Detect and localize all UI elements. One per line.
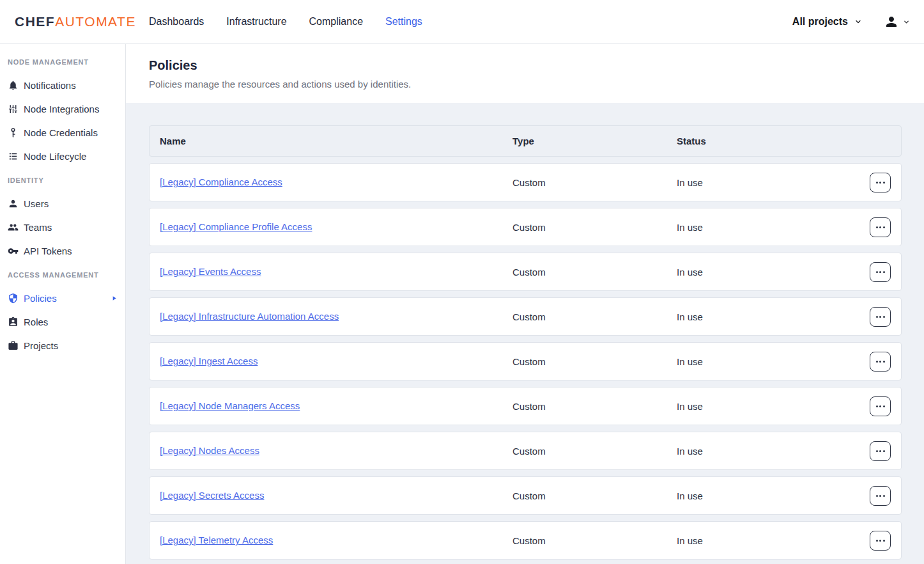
- chevron-down-icon: [903, 19, 910, 26]
- sidebar-item-projects[interactable]: Projects: [0, 334, 125, 357]
- user-menu[interactable]: [884, 14, 910, 29]
- sidebar-item-node-lifecycle[interactable]: Node Lifecycle: [0, 145, 125, 168]
- user-avatar-icon: [884, 14, 899, 29]
- sidebar-item-label: Policies: [24, 293, 57, 304]
- page-title: Policies: [149, 58, 901, 73]
- nav-tab-compliance[interactable]: Compliance: [309, 16, 363, 27]
- row-actions-menu-button[interactable]: [870, 396, 891, 416]
- top-navbar: CHEFAUTOMATE DashboardsInfrastructureCom…: [0, 0, 924, 44]
- policy-name-cell: [Legacy] Node Managers Access: [160, 400, 512, 412]
- sidebar-section-title: IDENTITY: [0, 168, 125, 192]
- policy-name-cell: [Legacy] Secrets Access: [160, 490, 512, 501]
- nav-tab-dashboards[interactable]: Dashboards: [149, 16, 204, 27]
- policies-content: NameTypeStatus [Legacy] Compliance Acces…: [126, 103, 924, 564]
- policy-link[interactable]: [Legacy] Compliance Access: [160, 176, 282, 187]
- column-header-name: Name: [160, 136, 512, 146]
- briefcase-icon: [8, 340, 19, 351]
- policy-name-cell: [Legacy] Events Access: [160, 266, 512, 278]
- row-actions-menu-button[interactable]: [870, 486, 891, 506]
- policy-link[interactable]: [Legacy] Ingest Access: [160, 356, 258, 366]
- main-content: Policies Policies manage the resources a…: [126, 44, 924, 564]
- policy-link[interactable]: [Legacy] Events Access: [160, 266, 261, 277]
- chef-automate-logo: CHEFAUTOMATE: [15, 14, 149, 29]
- policy-name-cell: [Legacy] Telemetry Access: [160, 535, 512, 546]
- policies-table-body: [Legacy] Compliance AccessCustomIn use[L…: [149, 163, 902, 560]
- column-header-status: Status: [677, 136, 860, 146]
- row-actions-menu-button[interactable]: [870, 352, 891, 372]
- person-icon: [8, 198, 19, 209]
- row-actions-menu-button[interactable]: [870, 262, 891, 282]
- policy-row: [Legacy] Events AccessCustomIn use: [149, 253, 902, 291]
- row-actions-menu-button[interactable]: [870, 531, 891, 551]
- policy-row: [Legacy] Nodes AccessCustomIn use: [149, 432, 902, 470]
- key-vertical-icon: [8, 127, 19, 138]
- policy-link[interactable]: [Legacy] Infrastructure Automation Acces…: [160, 311, 339, 322]
- policy-type: Custom: [512, 401, 677, 412]
- sidebar-item-teams[interactable]: Teams: [0, 215, 125, 239]
- sidebar-item-label: Projects: [24, 340, 58, 351]
- row-actions-menu-button[interactable]: [870, 441, 891, 461]
- list-icon: [8, 151, 19, 162]
- policy-row: [Legacy] Ingest AccessCustomIn use: [149, 342, 902, 380]
- policy-row: [Legacy] Compliance AccessCustomIn use: [149, 163, 902, 201]
- nav-tab-infrastructure[interactable]: Infrastructure: [226, 16, 286, 27]
- chevron-down-icon: [854, 18, 862, 26]
- policy-type: Custom: [512, 177, 677, 188]
- policy-name-cell: [Legacy] Ingest Access: [160, 356, 512, 367]
- policy-status: In use: [677, 535, 860, 546]
- policy-type: Custom: [512, 446, 677, 457]
- sidebar-item-api-tokens[interactable]: API Tokens: [0, 239, 125, 263]
- logo-chef: CHEF: [15, 14, 55, 29]
- nav-tab-settings[interactable]: Settings: [385, 16, 422, 27]
- sidebar-item-node-credentials[interactable]: Node Credentials: [0, 121, 125, 145]
- policy-status: In use: [677, 222, 860, 233]
- column-header-type: Type: [512, 136, 677, 146]
- policy-type: Custom: [512, 535, 677, 546]
- policy-status: In use: [677, 356, 860, 367]
- projects-filter-dropdown[interactable]: All projects: [792, 16, 862, 27]
- sidebar-item-label: API Tokens: [24, 246, 72, 256]
- policy-type: Custom: [512, 356, 677, 367]
- sliders-icon: [8, 104, 19, 114]
- sidebar-item-users[interactable]: Users: [0, 192, 125, 215]
- policy-name-cell: [Legacy] Nodes Access: [160, 445, 512, 457]
- row-actions-menu-button[interactable]: [870, 307, 891, 327]
- triangle-right-icon: [111, 295, 118, 302]
- policy-status: In use: [677, 401, 860, 412]
- policy-type: Custom: [512, 490, 677, 501]
- policy-row: [Legacy] Secrets AccessCustomIn use: [149, 476, 902, 515]
- sidebar-item-label: Roles: [24, 317, 48, 327]
- bell-icon: [8, 80, 19, 91]
- sidebar-item-node-integrations[interactable]: Node Integrations: [0, 97, 125, 121]
- shield-icon: [8, 293, 19, 304]
- policy-row: [Legacy] Compliance Profile AccessCustom…: [149, 208, 902, 246]
- policy-link[interactable]: [Legacy] Telemetry Access: [160, 535, 273, 545]
- policy-status: In use: [677, 267, 860, 278]
- row-actions-menu-button[interactable]: [870, 217, 891, 237]
- topbar-right: All projects: [792, 14, 924, 29]
- policy-link[interactable]: [Legacy] Compliance Profile Access: [160, 221, 312, 232]
- sidebar-section-title: ACCESS MANAGEMENT: [0, 263, 125, 286]
- policy-link[interactable]: [Legacy] Secrets Access: [160, 490, 264, 501]
- sidebar-item-roles[interactable]: Roles: [0, 310, 125, 334]
- sidebar-item-policies[interactable]: Policies: [0, 286, 125, 310]
- policy-link[interactable]: [Legacy] Nodes Access: [160, 445, 259, 456]
- logo-automate: AUTOMATE: [55, 14, 136, 29]
- sidebar-item-notifications[interactable]: Notifications: [0, 74, 125, 97]
- policy-name-cell: [Legacy] Compliance Access: [160, 176, 512, 188]
- policy-row: [Legacy] Node Managers AccessCustomIn us…: [149, 387, 902, 425]
- row-actions-menu-button[interactable]: [870, 173, 891, 192]
- policy-link[interactable]: [Legacy] Node Managers Access: [160, 400, 300, 411]
- sidebar-item-label: Users: [24, 198, 49, 209]
- policy-row: [Legacy] Infrastructure Automation Acces…: [149, 297, 902, 336]
- sidebar-item-label: Node Lifecycle: [24, 151, 86, 162]
- sidebar-item-label: Teams: [24, 222, 52, 233]
- page-header: Policies Policies manage the resources a…: [126, 44, 924, 103]
- policy-row: [Legacy] Telemetry AccessCustomIn use: [149, 521, 902, 560]
- sidebar-section-title: NODE MANAGEMENT: [0, 50, 125, 74]
- policy-status: In use: [677, 446, 860, 457]
- badge-icon: [8, 317, 19, 327]
- policy-type: Custom: [512, 311, 677, 322]
- policy-status: In use: [677, 311, 860, 322]
- policy-name-cell: [Legacy] Infrastructure Automation Acces…: [160, 311, 512, 322]
